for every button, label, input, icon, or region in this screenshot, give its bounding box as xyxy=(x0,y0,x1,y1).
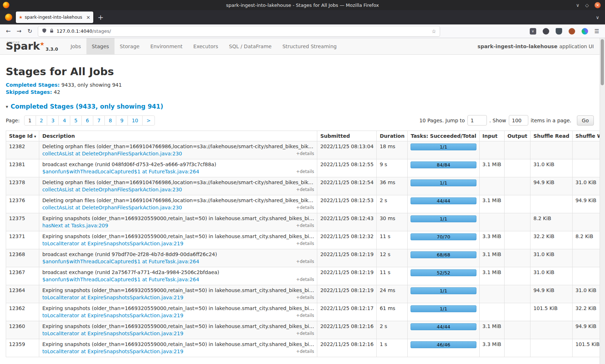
stage-callsite-link[interactable]: toLocalIterator at ExpireSnapshotsSparkA… xyxy=(42,295,183,301)
stage-callsite-link[interactable]: toLocalIterator at ExpireSnapshotsSparkA… xyxy=(42,241,183,247)
details-toggle[interactable]: +details xyxy=(292,205,314,211)
page-button-4[interactable]: 4 xyxy=(58,115,70,126)
output-cell xyxy=(504,195,530,213)
firefox-view-icon[interactable] xyxy=(5,14,12,21)
task-progress-label: 1/1 xyxy=(440,306,447,311)
nav-item-stages[interactable]: Stages xyxy=(86,38,115,54)
submitted-cell: 2022/11/25 08:12:32 xyxy=(317,231,377,249)
details-toggle[interactable]: +details xyxy=(292,349,314,355)
column-header-shuffle-write[interactable]: Shuffle Write xyxy=(572,131,600,141)
page-button-5[interactable]: 5 xyxy=(70,115,82,126)
spark-logo[interactable]: APACHE Spark ★ 3.3.0 xyxy=(0,38,60,54)
submitted-cell: 2022/11/25 08:12:55 xyxy=(317,159,377,177)
url-bar[interactable]: 127.0.0.1:4040/stages/ ☆ xyxy=(38,26,440,36)
details-toggle[interactable]: +details xyxy=(292,223,314,229)
column-header-tasks-succeeded-total[interactable]: Tasks: Succeeded/Total xyxy=(408,131,479,141)
details-toggle[interactable]: +details xyxy=(292,187,314,193)
items-per-page-input[interactable] xyxy=(509,115,528,126)
window-title: spark-ingest-into-lakehouse - Stages for… xyxy=(0,3,605,8)
nav-item-structured-streaming[interactable]: Structured Streaming xyxy=(277,38,342,54)
nav-item-sql-dataframe[interactable]: SQL / DataFrame xyxy=(224,38,277,54)
stage-description: Deleting orphan files (older_than=166910… xyxy=(42,197,314,204)
column-header-duration[interactable]: Duration xyxy=(377,131,408,141)
pinwheel-extension-icon[interactable] xyxy=(582,28,588,35)
column-header-description[interactable]: Description xyxy=(39,131,317,141)
stage-id-cell: 12371 xyxy=(6,231,39,249)
reload-button[interactable]: ↻ xyxy=(24,28,35,35)
stage-callsite-link[interactable]: toLocalIterator at ExpireSnapshotsSparkA… xyxy=(42,313,183,319)
shuffle-read-cell xyxy=(530,321,573,339)
completed-stages-section-header[interactable]: ▾ Completed Stages (9433, only showing 9… xyxy=(6,103,594,110)
url-host: 127.0.0.1:4040 xyxy=(57,28,93,34)
all-tabs-chevron-icon[interactable]: ∨ xyxy=(596,15,599,20)
scrollbar-thumb[interactable] xyxy=(601,39,604,85)
back-button[interactable]: ← xyxy=(3,28,14,35)
column-header-stage-id[interactable]: Stage Id▾ xyxy=(6,131,39,141)
page-button-9[interactable]: 9 xyxy=(116,115,128,126)
stage-callsite-link[interactable]: hasNext at Tasks.java:209 xyxy=(42,223,108,229)
window-minimize-icon[interactable]: ∨ xyxy=(576,3,579,8)
forward-button[interactable]: → xyxy=(14,28,24,35)
tab-close-icon[interactable]: × xyxy=(86,14,90,20)
tracking-protection-shield-icon[interactable] xyxy=(42,28,47,35)
page-button-6[interactable]: 6 xyxy=(81,115,93,126)
spark-logo-apache-text: APACHE xyxy=(7,41,20,44)
duration-cell: 11 s xyxy=(377,231,408,249)
task-progress-bar: 1/1 xyxy=(411,144,476,150)
nav-item-jobs[interactable]: Jobs xyxy=(65,38,86,54)
shuffle-write-cell: 94.9 KiB xyxy=(572,321,600,339)
jump-to-page-input[interactable] xyxy=(467,115,487,126)
page-button-8[interactable]: 8 xyxy=(104,115,116,126)
window-close-icon[interactable]: × xyxy=(595,2,601,8)
details-toggle[interactable]: +details xyxy=(292,259,314,265)
column-header-submitted[interactable]: Submitted xyxy=(317,131,377,141)
new-tab-button[interactable]: + xyxy=(98,14,104,21)
stage-callsite-link[interactable]: toLocalIterator at ExpireSnapshotsSparkA… xyxy=(42,331,183,337)
details-toggle[interactable]: +details xyxy=(292,169,314,175)
stage-callsite-link[interactable]: collectAsList at DeleteOrphanFilesSparkA… xyxy=(42,187,182,193)
completed-stages-link[interactable]: Completed Stages: xyxy=(6,82,60,88)
details-toggle[interactable]: +details xyxy=(292,295,314,301)
page-scrollbar[interactable] xyxy=(600,38,605,364)
hamburger-menu-icon[interactable]: ☰ xyxy=(595,28,599,35)
page-button-1[interactable]: 1 xyxy=(24,115,36,126)
page-button-3[interactable]: 3 xyxy=(47,115,59,126)
avatar-extension-icon[interactable] xyxy=(569,28,575,35)
stage-callsite-link[interactable]: $anonfun$withThreadLocalCaptured$1 at Fu… xyxy=(42,259,199,265)
column-header-output[interactable]: Output xyxy=(504,131,530,141)
stage-callsite-link[interactable]: collectAsList at DeleteOrphanFilesSparkA… xyxy=(42,151,182,157)
stage-callsite-link[interactable]: $anonfun$withThreadLocalCaptured$1 at Fu… xyxy=(42,277,199,283)
go-button[interactable]: Go xyxy=(577,115,594,126)
bookmark-star-icon[interactable]: ☆ xyxy=(431,28,436,34)
task-progress-bar: 1/1 xyxy=(411,287,476,294)
window-maximize-icon[interactable]: ◇ xyxy=(585,3,589,8)
details-toggle[interactable]: +details xyxy=(292,331,314,337)
site-security-lock-icon[interactable] xyxy=(49,28,54,35)
description-cell: Deleting orphan files (older_than=166910… xyxy=(39,195,317,213)
pages-summary: 10 Pages. Jump to xyxy=(419,118,465,123)
column-header-input[interactable]: Input xyxy=(479,131,504,141)
url-input[interactable]: 127.0.0.1:4040/stages/ xyxy=(57,28,429,34)
adblock-shield-extension-icon[interactable] xyxy=(556,28,562,35)
nav-item-executors[interactable]: Executors xyxy=(188,38,224,54)
details-toggle[interactable]: +details xyxy=(292,313,314,319)
stage-id-cell: 12382 xyxy=(6,141,39,159)
column-header-label: Shuffle Write xyxy=(575,133,600,139)
page-next-button[interactable]: > xyxy=(142,115,155,126)
stage-callsite-link[interactable]: toLocalIterator at ExpireSnapshotsSparkA… xyxy=(42,349,183,355)
page-button-10[interactable]: 10 xyxy=(127,115,143,126)
nav-item-environment[interactable]: Environment xyxy=(145,38,188,54)
details-toggle[interactable]: +details xyxy=(292,277,314,283)
nav-item-storage[interactable]: Storage xyxy=(115,38,145,54)
stage-callsite-link[interactable]: $anonfun$withThreadLocalCaptured$1 at Fu… xyxy=(42,169,199,175)
details-toggle[interactable]: +details xyxy=(292,241,314,247)
details-toggle[interactable]: +details xyxy=(292,151,314,157)
account-icon[interactable] xyxy=(543,28,549,35)
page-button-7[interactable]: 7 xyxy=(93,115,105,126)
pocket-icon[interactable]: ∨ xyxy=(530,28,536,35)
browser-tab[interactable]: ★ spark-ingest-into-lakehous × xyxy=(16,12,93,23)
stage-callsite-link[interactable]: collectAsList at DeleteOrphanFilesSparkA… xyxy=(42,205,182,211)
page-button-2[interactable]: 2 xyxy=(36,115,48,126)
column-header-shuffle-read[interactable]: Shuffle Read xyxy=(530,131,573,141)
skipped-stages-link[interactable]: Skipped Stages: xyxy=(6,89,52,95)
